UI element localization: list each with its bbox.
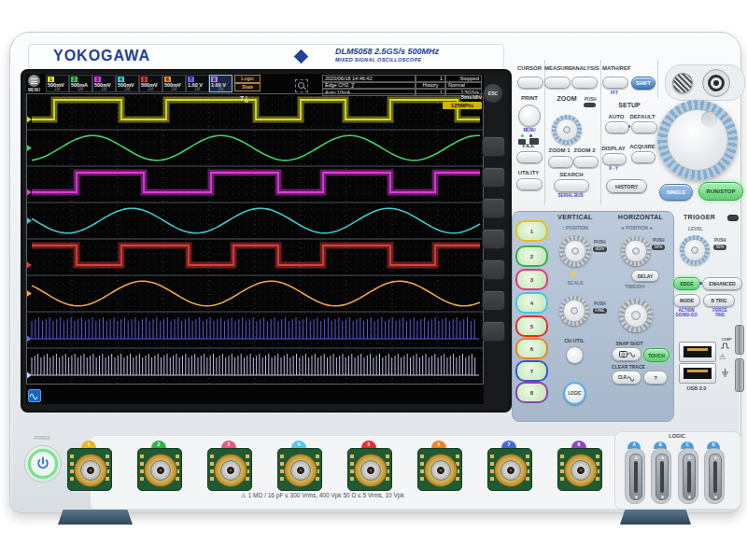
mathref-button[interactable] [602, 77, 628, 89]
analysis-button[interactable] [571, 77, 598, 89]
softkey-3[interactable] [482, 198, 505, 218]
channel-4-button[interactable]: 4 [515, 292, 548, 314]
channel-1-button[interactable]: 1 [515, 220, 548, 242]
measure-label: MEASURE [544, 65, 569, 71]
channel-badge-1[interactable]: 1 500mV 1M [46, 75, 69, 92]
zoom-knob[interactable] [552, 115, 582, 145]
trigger-level-knob[interactable] [680, 235, 710, 265]
svg-text:T: T [240, 95, 245, 102]
clear-trace-button[interactable]: CLR [612, 371, 641, 385]
print-menu-label: MENU [517, 128, 542, 133]
power-label: POWER [24, 436, 60, 441]
softkey-2[interactable] [482, 167, 505, 188]
state-chip[interactable]: State [234, 83, 261, 91]
vertical-scale-push-label: PUSH [594, 301, 606, 306]
channel-impedance: 1M [78, 88, 83, 91]
zoom-search-icon[interactable] [295, 79, 308, 92]
timebase: 5ms/div [422, 94, 482, 100]
cursor-button[interactable] [517, 77, 543, 89]
channel-5-button[interactable]: 5 [515, 315, 548, 337]
channel-8-button[interactable]: 8 [515, 382, 548, 403]
zoom2-button[interactable] [573, 156, 599, 168]
softkey-6[interactable] [482, 290, 505, 311]
horizontal-position-knob[interactable] [621, 236, 651, 266]
esc-button[interactable]: ESC [483, 83, 503, 104]
logic-button[interactable]: LOGIC [563, 382, 586, 405]
default-setup-button[interactable] [631, 121, 657, 133]
enhanced-button[interactable]: ENHANCED [702, 277, 742, 290]
softkey-5[interactable] [482, 259, 505, 280]
run-stop-button[interactable]: RUN/STOP [698, 182, 743, 201]
history-button[interactable]: HISTORY [606, 179, 647, 193]
touch-button[interactable]: TOUCH [643, 348, 669, 362]
ground-icon [721, 369, 729, 377]
acquire-label: ACQUIRE [628, 144, 656, 149]
vertical-scale-knob[interactable] [559, 296, 589, 326]
select-knob[interactable] [702, 69, 730, 97]
channel-impedance: 1M [54, 88, 60, 91]
channel-badge-7[interactable]: 7 1.00 V 1M [186, 75, 209, 92]
vertical-push-pill: 0DIV [593, 246, 607, 252]
shift-button[interactable]: SHIFT [631, 77, 655, 90]
timediv-knob[interactable] [619, 299, 653, 332]
waveform-display[interactable]: T [26, 93, 484, 385]
zoom-push-pill [584, 103, 596, 107]
utility-label: UTILITY [514, 170, 543, 175]
single-button[interactable]: SINGLE [659, 184, 693, 201]
help-button[interactable]: ? [643, 371, 668, 385]
logic-chip[interactable]: Logic [234, 75, 261, 83]
trigger-mode: Normal [445, 82, 482, 90]
auto-setup-button[interactable] [605, 121, 629, 133]
ch-util-button[interactable] [566, 346, 584, 364]
display-button[interactable] [602, 153, 627, 165]
measure-button[interactable] [544, 77, 571, 89]
mode-button[interactable]: MODE [673, 294, 700, 307]
search-button[interactable] [554, 179, 589, 192]
file-button[interactable] [516, 151, 543, 163]
edge-button[interactable]: EDGE [673, 277, 700, 290]
channel-2-button[interactable]: 2 [515, 245, 548, 267]
softkey-1[interactable] [482, 136, 505, 157]
record-length-badge: 125MPts [443, 102, 482, 109]
usb-port-2 [679, 363, 716, 384]
channel-6-button[interactable]: 6 [515, 338, 548, 359]
acq-count: 1 [416, 75, 445, 82]
channel-badge-4[interactable]: 4 500mV 1M [116, 75, 139, 92]
waveform-thumbnail-icon[interactable] [28, 389, 41, 402]
softkey-4[interactable] [482, 229, 505, 249]
delay-button[interactable]: DELAY [631, 270, 659, 282]
channel-3-button[interactable]: 3 [515, 269, 548, 290]
display-label: DISPLAY [600, 146, 627, 151]
screen-menu-button[interactable] [28, 75, 40, 87]
search-label: SEARCH [557, 172, 586, 177]
usb-label: USB 2.0 [677, 385, 716, 391]
zoom-label: ZOOM [553, 95, 581, 102]
channel-badge-5[interactable]: 5 500mV 1M [139, 75, 162, 92]
utility-button[interactable] [516, 178, 543, 190]
print-button[interactable] [518, 105, 541, 127]
probe-comp-terminal-2 [735, 358, 744, 392]
channel-badge-6[interactable]: 6 500mV 1M [162, 75, 186, 92]
b-trig-button[interactable]: B TRIG [703, 294, 735, 307]
snap-shot-button[interactable] [612, 347, 641, 361]
acquire-button[interactable] [631, 151, 655, 163]
channel-badge-8-selected[interactable]: 8 1.00 V 1M [209, 75, 233, 92]
auto-label: AUTO [605, 114, 627, 119]
power-button[interactable] [24, 445, 62, 483]
channel-7-button[interactable]: 7 [515, 360, 548, 382]
intensity-knob[interactable] [672, 73, 693, 93]
zoom1-button[interactable] [548, 156, 573, 168]
vertical-position-knob[interactable] [559, 235, 591, 267]
panel-divider [600, 60, 601, 205]
softkey-7[interactable] [482, 321, 505, 342]
jog-shuttle-dial[interactable] [657, 100, 738, 180]
usb-port-1 [679, 342, 716, 362]
menu-icon [31, 78, 37, 84]
warning-triangle-icon: ⚠ [241, 492, 247, 498]
bnc-input-8: 8 [555, 441, 603, 498]
mathref-label: MATH/REF [602, 65, 627, 71]
brand-diamond-icon [294, 49, 309, 64]
channel-badge-2[interactable]: 2 500mA 1M [69, 75, 92, 92]
probe-comp-terminal-1 [735, 325, 744, 355]
channel-badge-3[interactable]: 3 500mV 1M [92, 75, 116, 92]
